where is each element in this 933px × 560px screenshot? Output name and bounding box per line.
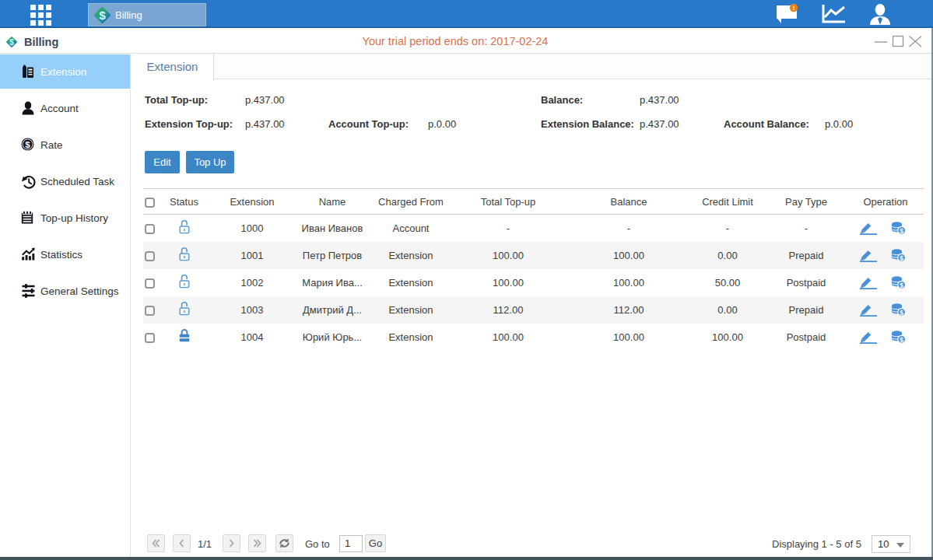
- svg-text:$: $: [900, 254, 903, 261]
- svg-text:$: $: [900, 226, 903, 234]
- svg-text:$: $: [9, 38, 14, 47]
- svg-text:$: $: [25, 140, 30, 149]
- svg-text:$: $: [99, 9, 106, 22]
- svg-text:$: $: [900, 281, 903, 289]
- svg-text:$: $: [900, 335, 903, 343]
- svg-text:$: $: [900, 308, 903, 316]
- svg-text:!: !: [793, 5, 795, 12]
